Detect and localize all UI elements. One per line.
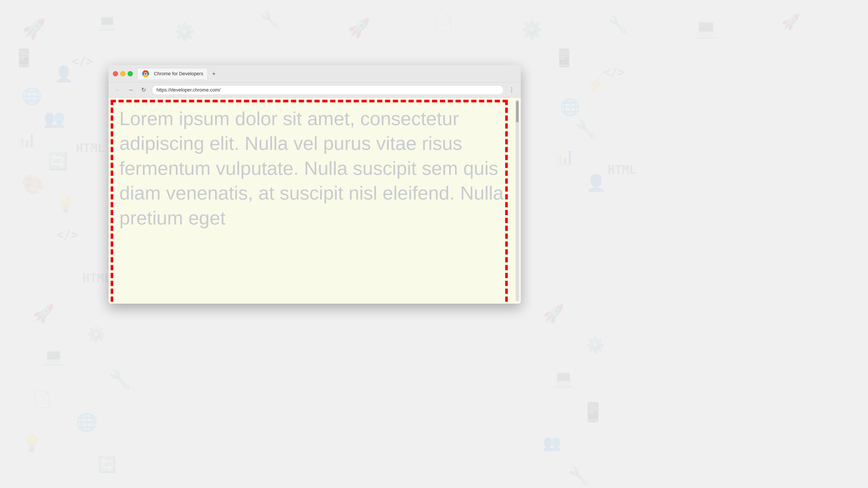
active-tab[interactable]: Chrome for Developers [137,68,208,79]
svg-point-2 [145,73,147,75]
deco-icon: 🚀 [22,18,46,40]
deco-icon: 🌐 [560,98,580,117]
deco-icon: 💻 [98,13,117,31]
url-text: https://developer.chrome.com/ [156,87,220,93]
maximize-button[interactable] [128,71,133,76]
deco-icon: 🚀 [33,304,54,324]
deco-icon: 🌐 [76,412,98,432]
deco-icon: 👤 [54,65,73,83]
page-content: Lorem ipsum dolor sit amet, consectetur … [108,98,521,304]
deco-icon: 🔧 [568,466,590,487]
deco-icon: 👤 [586,173,606,193]
reload-button[interactable]: ↻ [139,85,148,95]
deco-icon: 💡 [56,195,75,213]
deco-icon: 💻 [694,18,717,39]
deco-icon: 🔄 [48,152,68,171]
deco-icon: 🌐 [22,87,42,106]
deco-icon: ⚙️ [174,22,195,42]
deco-icon: 👥 [542,434,561,452]
deco-icon: 💻 [553,369,574,388]
deco-icon: ⚙️ [521,20,542,40]
deco-icon: 📄 [33,390,52,408]
browser-window: Chrome for Developers + ← → ↻ https://de… [108,65,521,304]
deco-html-tag: HTML [83,271,111,285]
deco-icon: ⚙️ [586,336,605,354]
address-bar[interactable]: https://developer.chrome.com/ [152,85,503,95]
deco-icon: 📄 [434,13,453,31]
deco-icon: 🔧 [575,119,597,140]
title-bar: Chrome for Developers + [108,65,521,83]
deco-icon: 📱 [553,48,575,68]
deco-icon: 🚀 [781,13,800,31]
deco-icon: 🔄 [98,455,117,473]
browser-menu-button[interactable]: ⋮ [507,85,517,95]
deco-icon: ⚡ [586,76,605,94]
deco-icon: ⚙️ [87,325,106,343]
deco-icon: 🔧 [260,11,281,30]
navigation-bar: ← → ↻ https://developer.chrome.com/ ⋮ [108,83,521,98]
back-button[interactable]: ← [113,85,122,95]
deco-icon: 🔧 [608,15,628,34]
deco-html-tag: </> [603,65,625,79]
deco-html-tag: HTML [76,141,104,155]
new-tab-button[interactable]: + [209,69,218,78]
deco-icon: 📊 [18,130,36,148]
deco-icon: 📱 [13,48,35,68]
forward-button[interactable]: → [126,85,135,95]
deco-icon: 📱 [582,401,604,423]
deco-icon: 🔧 [108,369,131,390]
traffic-lights [113,71,133,76]
deco-icon: 🚀 [347,18,370,39]
deco-icon: 📊 [556,148,575,165]
deco-icon: 👥 [43,108,65,129]
deco-html-tag: </> [72,54,93,68]
deco-html-tag: HTML [608,163,636,176]
minimize-button[interactable] [120,71,125,76]
scrollbar-thumb[interactable] [516,101,519,123]
deco-icon: 🚀 [542,304,564,324]
chrome-logo-icon [142,70,150,78]
deco-icon: 💡 [22,434,42,453]
lorem-ipsum-text: Lorem ipsum dolor sit amet, consectetur … [108,98,521,239]
tab-area: Chrome for Developers + [137,68,517,79]
deco-icon: 🎨 [22,173,45,195]
close-button[interactable] [113,71,118,76]
deco-html-tag: </> [56,228,78,241]
scrollbar[interactable] [516,100,519,301]
deco-icon: 💻 [43,347,64,366]
tab-title: Chrome for Developers [154,71,203,76]
